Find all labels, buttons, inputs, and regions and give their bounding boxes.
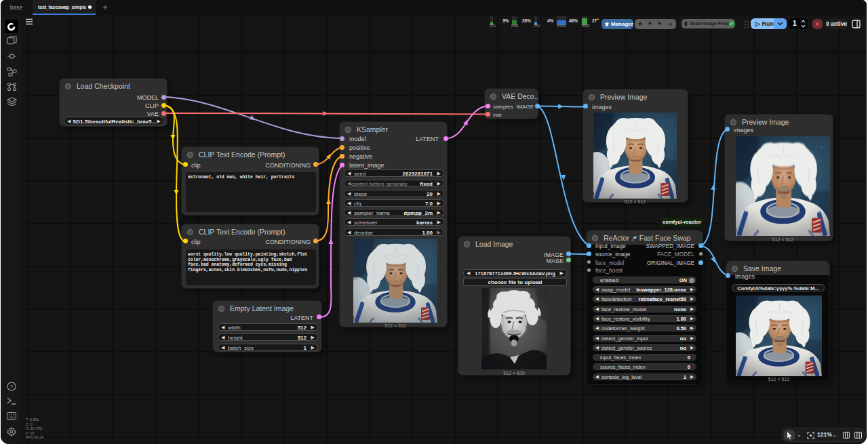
svg-text:?: ? xyxy=(10,384,14,390)
